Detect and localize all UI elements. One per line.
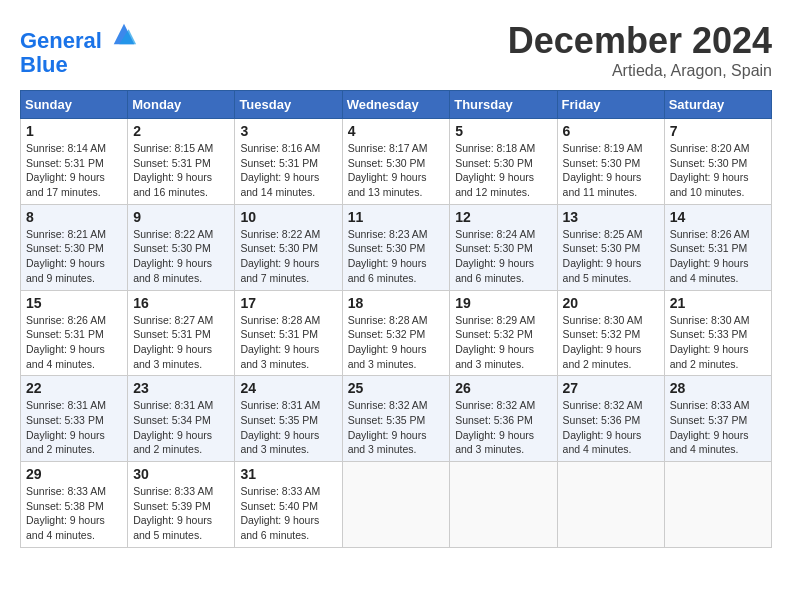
calendar-week-row: 15 Sunrise: 8:26 AM Sunset: 5:31 PM Dayl… — [21, 290, 772, 376]
day-detail: Sunrise: 8:31 AM Sunset: 5:34 PM Dayligh… — [133, 398, 229, 457]
col-saturday: Saturday — [664, 91, 771, 119]
day-number: 12 — [455, 209, 551, 225]
day-detail: Sunrise: 8:31 AM Sunset: 5:33 PM Dayligh… — [26, 398, 122, 457]
calendar-body: 1 Sunrise: 8:14 AM Sunset: 5:31 PM Dayli… — [21, 119, 772, 548]
col-wednesday: Wednesday — [342, 91, 450, 119]
calendar-cell: 4 Sunrise: 8:17 AM Sunset: 5:30 PM Dayli… — [342, 119, 450, 205]
calendar-cell: 23 Sunrise: 8:31 AM Sunset: 5:34 PM Dayl… — [128, 376, 235, 462]
day-detail: Sunrise: 8:19 AM Sunset: 5:30 PM Dayligh… — [563, 141, 659, 200]
day-number: 14 — [670, 209, 766, 225]
calendar-cell: 25 Sunrise: 8:32 AM Sunset: 5:35 PM Dayl… — [342, 376, 450, 462]
day-number: 27 — [563, 380, 659, 396]
day-number: 16 — [133, 295, 229, 311]
day-number: 4 — [348, 123, 445, 139]
calendar-cell — [664, 462, 771, 548]
calendar-cell: 27 Sunrise: 8:32 AM Sunset: 5:36 PM Dayl… — [557, 376, 664, 462]
calendar-cell: 3 Sunrise: 8:16 AM Sunset: 5:31 PM Dayli… — [235, 119, 342, 205]
day-number: 10 — [240, 209, 336, 225]
day-number: 1 — [26, 123, 122, 139]
location-subtitle: Artieda, Aragon, Spain — [508, 62, 772, 80]
day-number: 9 — [133, 209, 229, 225]
calendar-header-row: Sunday Monday Tuesday Wednesday Thursday… — [21, 91, 772, 119]
day-number: 21 — [670, 295, 766, 311]
col-monday: Monday — [128, 91, 235, 119]
day-detail: Sunrise: 8:33 AM Sunset: 5:39 PM Dayligh… — [133, 484, 229, 543]
day-number: 31 — [240, 466, 336, 482]
col-thursday: Thursday — [450, 91, 557, 119]
logo-blue-text: Blue — [20, 53, 138, 77]
col-sunday: Sunday — [21, 91, 128, 119]
day-detail: Sunrise: 8:30 AM Sunset: 5:33 PM Dayligh… — [670, 313, 766, 372]
calendar-cell: 2 Sunrise: 8:15 AM Sunset: 5:31 PM Dayli… — [128, 119, 235, 205]
title-block: December 2024 Artieda, Aragon, Spain — [508, 20, 772, 80]
calendar-cell: 8 Sunrise: 8:21 AM Sunset: 5:30 PM Dayli… — [21, 204, 128, 290]
day-detail: Sunrise: 8:24 AM Sunset: 5:30 PM Dayligh… — [455, 227, 551, 286]
day-detail: Sunrise: 8:22 AM Sunset: 5:30 PM Dayligh… — [240, 227, 336, 286]
day-number: 22 — [26, 380, 122, 396]
day-detail: Sunrise: 8:28 AM Sunset: 5:32 PM Dayligh… — [348, 313, 445, 372]
calendar-cell — [450, 462, 557, 548]
day-detail: Sunrise: 8:31 AM Sunset: 5:35 PM Dayligh… — [240, 398, 336, 457]
calendar-cell: 30 Sunrise: 8:33 AM Sunset: 5:39 PM Dayl… — [128, 462, 235, 548]
calendar-cell: 10 Sunrise: 8:22 AM Sunset: 5:30 PM Dayl… — [235, 204, 342, 290]
calendar-table: Sunday Monday Tuesday Wednesday Thursday… — [20, 90, 772, 548]
day-detail: Sunrise: 8:18 AM Sunset: 5:30 PM Dayligh… — [455, 141, 551, 200]
day-detail: Sunrise: 8:28 AM Sunset: 5:31 PM Dayligh… — [240, 313, 336, 372]
calendar-cell: 31 Sunrise: 8:33 AM Sunset: 5:40 PM Dayl… — [235, 462, 342, 548]
day-detail: Sunrise: 8:27 AM Sunset: 5:31 PM Dayligh… — [133, 313, 229, 372]
calendar-cell: 15 Sunrise: 8:26 AM Sunset: 5:31 PM Dayl… — [21, 290, 128, 376]
day-number: 5 — [455, 123, 551, 139]
day-detail: Sunrise: 8:33 AM Sunset: 5:40 PM Dayligh… — [240, 484, 336, 543]
calendar-cell: 18 Sunrise: 8:28 AM Sunset: 5:32 PM Dayl… — [342, 290, 450, 376]
calendar-cell: 6 Sunrise: 8:19 AM Sunset: 5:30 PM Dayli… — [557, 119, 664, 205]
day-number: 23 — [133, 380, 229, 396]
calendar-cell: 11 Sunrise: 8:23 AM Sunset: 5:30 PM Dayl… — [342, 204, 450, 290]
logo-icon — [110, 20, 138, 48]
calendar-cell: 1 Sunrise: 8:14 AM Sunset: 5:31 PM Dayli… — [21, 119, 128, 205]
calendar-cell: 29 Sunrise: 8:33 AM Sunset: 5:38 PM Dayl… — [21, 462, 128, 548]
calendar-week-row: 29 Sunrise: 8:33 AM Sunset: 5:38 PM Dayl… — [21, 462, 772, 548]
day-detail: Sunrise: 8:17 AM Sunset: 5:30 PM Dayligh… — [348, 141, 445, 200]
day-number: 24 — [240, 380, 336, 396]
day-number: 25 — [348, 380, 445, 396]
day-detail: Sunrise: 8:32 AM Sunset: 5:36 PM Dayligh… — [563, 398, 659, 457]
day-detail: Sunrise: 8:14 AM Sunset: 5:31 PM Dayligh… — [26, 141, 122, 200]
day-detail: Sunrise: 8:29 AM Sunset: 5:32 PM Dayligh… — [455, 313, 551, 372]
logo-text: General — [20, 20, 138, 53]
day-number: 7 — [670, 123, 766, 139]
day-number: 11 — [348, 209, 445, 225]
calendar-cell: 12 Sunrise: 8:24 AM Sunset: 5:30 PM Dayl… — [450, 204, 557, 290]
day-number: 20 — [563, 295, 659, 311]
day-detail: Sunrise: 8:33 AM Sunset: 5:38 PM Dayligh… — [26, 484, 122, 543]
day-number: 30 — [133, 466, 229, 482]
calendar-cell: 7 Sunrise: 8:20 AM Sunset: 5:30 PM Dayli… — [664, 119, 771, 205]
calendar-cell: 14 Sunrise: 8:26 AM Sunset: 5:31 PM Dayl… — [664, 204, 771, 290]
calendar-week-row: 8 Sunrise: 8:21 AM Sunset: 5:30 PM Dayli… — [21, 204, 772, 290]
calendar-cell: 16 Sunrise: 8:27 AM Sunset: 5:31 PM Dayl… — [128, 290, 235, 376]
calendar-cell: 21 Sunrise: 8:30 AM Sunset: 5:33 PM Dayl… — [664, 290, 771, 376]
calendar-cell: 24 Sunrise: 8:31 AM Sunset: 5:35 PM Dayl… — [235, 376, 342, 462]
day-number: 29 — [26, 466, 122, 482]
day-number: 28 — [670, 380, 766, 396]
day-detail: Sunrise: 8:20 AM Sunset: 5:30 PM Dayligh… — [670, 141, 766, 200]
day-detail: Sunrise: 8:16 AM Sunset: 5:31 PM Dayligh… — [240, 141, 336, 200]
day-number: 26 — [455, 380, 551, 396]
col-tuesday: Tuesday — [235, 91, 342, 119]
calendar-cell: 17 Sunrise: 8:28 AM Sunset: 5:31 PM Dayl… — [235, 290, 342, 376]
calendar-cell: 26 Sunrise: 8:32 AM Sunset: 5:36 PM Dayl… — [450, 376, 557, 462]
day-number: 13 — [563, 209, 659, 225]
calendar-cell: 5 Sunrise: 8:18 AM Sunset: 5:30 PM Dayli… — [450, 119, 557, 205]
day-detail: Sunrise: 8:32 AM Sunset: 5:35 PM Dayligh… — [348, 398, 445, 457]
calendar-cell: 20 Sunrise: 8:30 AM Sunset: 5:32 PM Dayl… — [557, 290, 664, 376]
calendar-cell: 13 Sunrise: 8:25 AM Sunset: 5:30 PM Dayl… — [557, 204, 664, 290]
day-detail: Sunrise: 8:21 AM Sunset: 5:30 PM Dayligh… — [26, 227, 122, 286]
day-detail: Sunrise: 8:22 AM Sunset: 5:30 PM Dayligh… — [133, 227, 229, 286]
day-detail: Sunrise: 8:33 AM Sunset: 5:37 PM Dayligh… — [670, 398, 766, 457]
day-detail: Sunrise: 8:23 AM Sunset: 5:30 PM Dayligh… — [348, 227, 445, 286]
page-header: General Blue December 2024 Artieda, Arag… — [20, 20, 772, 80]
logo: General Blue — [20, 20, 138, 77]
day-detail: Sunrise: 8:25 AM Sunset: 5:30 PM Dayligh… — [563, 227, 659, 286]
day-detail: Sunrise: 8:15 AM Sunset: 5:31 PM Dayligh… — [133, 141, 229, 200]
day-detail: Sunrise: 8:26 AM Sunset: 5:31 PM Dayligh… — [26, 313, 122, 372]
calendar-week-row: 22 Sunrise: 8:31 AM Sunset: 5:33 PM Dayl… — [21, 376, 772, 462]
